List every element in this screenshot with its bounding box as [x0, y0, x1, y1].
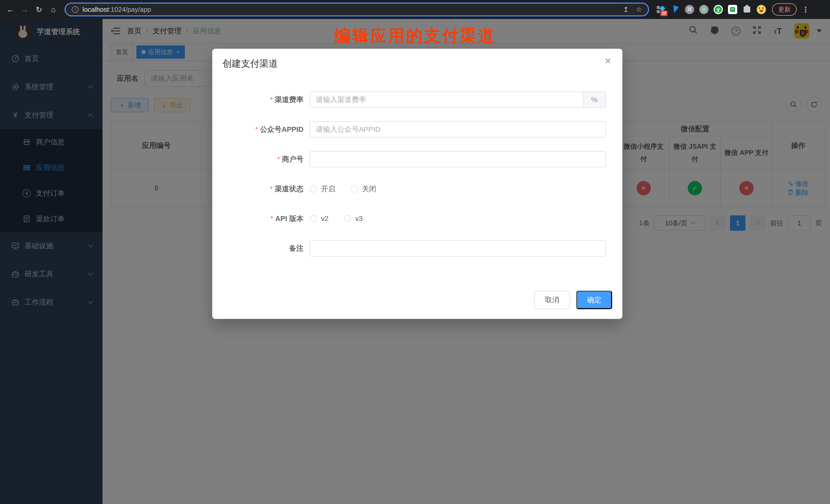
rate-input[interactable]: [310, 92, 583, 108]
rate-label: 渠道费率: [223, 95, 310, 104]
form-row-rate: 渠道费率 %: [223, 92, 612, 108]
dialog-title: 创建支付渠道: [212, 49, 622, 70]
extensions-puzzle-icon[interactable]: [742, 5, 752, 14]
extension-blocks-icon[interactable]: 10: [656, 5, 665, 14]
home-icon[interactable]: ⌂: [47, 5, 60, 14]
url-host: localhost: [83, 6, 109, 13]
site-info-icon[interactable]: i: [72, 6, 78, 13]
remark-input[interactable]: [310, 240, 606, 257]
extension-dot-icon[interactable]: [699, 5, 708, 14]
status-label: 渠道状态: [223, 184, 310, 194]
extension-command-icon[interactable]: ⌘: [685, 5, 694, 14]
percent-suffix: %: [583, 92, 606, 108]
extension-emoji-icon[interactable]: [757, 5, 766, 14]
merchant-label: 商户号: [223, 154, 310, 164]
extension-chat-icon[interactable]: [728, 5, 737, 14]
form-row-remark: 备注: [223, 240, 612, 257]
radio-icon: [310, 185, 317, 192]
merchant-input[interactable]: [310, 151, 606, 167]
form-row-status: 渠道状态 开启 关闭: [223, 181, 612, 197]
status-radio-off[interactable]: 关闭: [351, 184, 376, 194]
url-path: :1024/pay/app: [109, 6, 151, 13]
form-row-appid: 公众号APPID: [223, 121, 612, 138]
form-row-merchant: 商户号: [223, 151, 612, 167]
extension-y-icon[interactable]: y: [714, 5, 723, 14]
screen: ← → ↻ ⌂ i localhost :1024/pay/app ↥ ☆ 10…: [0, 0, 830, 504]
status-radio-on[interactable]: 开启: [310, 184, 335, 194]
browser-toolbar: ← → ↻ ⌂ i localhost :1024/pay/app ↥ ☆ 10…: [0, 0, 830, 19]
radio-icon: [310, 215, 317, 222]
radio-icon: [351, 185, 358, 192]
browser-update-button[interactable]: 更新: [772, 3, 797, 15]
api-radio-v2[interactable]: v2: [310, 215, 329, 223]
bookmark-star-icon[interactable]: ☆: [636, 6, 642, 13]
app-root: 芋道管理系统 首页 系统管理 ¥ 支付管: [0, 19, 830, 504]
cancel-button[interactable]: 取消: [534, 291, 570, 309]
extension-kite-icon[interactable]: [671, 5, 680, 14]
extensions-tray: 10 ⌘ y: [656, 5, 766, 14]
browser-menu-icon[interactable]: ⋮: [799, 5, 812, 14]
forward-icon[interactable]: →: [19, 5, 31, 14]
form-row-api-version: API 版本 v2 v3: [223, 211, 612, 227]
address-bar[interactable]: i localhost :1024/pay/app ↥ ☆: [65, 3, 649, 17]
api-radio-v3[interactable]: v3: [344, 215, 363, 223]
create-pay-channel-dialog: 创建支付渠道 × 渠道费率 % 公众号APPID: [212, 49, 622, 319]
api-version-label: API 版本: [223, 214, 310, 224]
appid-label: 公众号APPID: [223, 125, 310, 134]
extension-badge: 10: [660, 10, 668, 16]
confirm-button[interactable]: 确定: [576, 291, 612, 309]
reload-icon[interactable]: ↻: [33, 5, 45, 14]
appid-input[interactable]: [310, 121, 606, 138]
annotation-text: 编辑应用的支付渠道: [334, 25, 496, 47]
remark-label: 备注: [223, 244, 310, 253]
back-icon[interactable]: ←: [4, 5, 17, 14]
radio-icon: [344, 215, 351, 222]
share-icon[interactable]: ↥: [623, 6, 629, 13]
dialog-close-icon[interactable]: ×: [605, 55, 611, 67]
